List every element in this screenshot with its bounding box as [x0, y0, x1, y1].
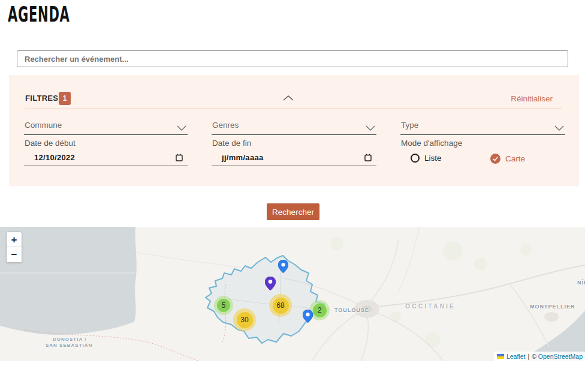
cluster-count: 5	[217, 299, 230, 312]
cluster-marker[interactable]: 30	[233, 308, 256, 331]
zoom-in-button[interactable]: +	[7, 232, 22, 247]
select-type-label: Type	[401, 121, 418, 130]
map-label-donostia: SAN SEBASTIÁN	[46, 343, 92, 348]
calendar-icon[interactable]	[176, 153, 183, 164]
map-label-donostia: DONOSTIA /	[53, 337, 86, 342]
radio-liste[interactable]: Liste	[411, 154, 442, 163]
radio-liste-label: Liste	[424, 154, 442, 163]
osm-link[interactable]: OpenStreetMap	[538, 353, 583, 360]
filters-title: FILTRES	[25, 94, 58, 103]
select-genres[interactable]: Genres	[212, 119, 376, 135]
radio-checked-icon[interactable]	[490, 154, 500, 164]
agenda-page: AGENDA FILTRES 1 Réinitialiser Commune G…	[0, 0, 588, 366]
radio-unchecked-icon[interactable]	[411, 154, 420, 163]
filters-panel: FILTRES 1 Réinitialiser Commune Genres T…	[9, 75, 579, 186]
map-attribution: Leaflet | © OpenStreetMap	[494, 352, 585, 361]
zoom-out-button[interactable]: −	[7, 247, 22, 262]
filters-divider	[25, 109, 562, 109]
pin-marker-purple[interactable]	[265, 277, 276, 293]
chevron-down-icon	[366, 123, 375, 134]
radio-carte-label: Carte	[505, 154, 525, 163]
select-commune-label: Commune	[25, 121, 62, 130]
select-commune[interactable]: Commune	[24, 119, 188, 135]
search-input[interactable]	[17, 50, 568, 67]
date-start-value: 12/10/2022	[34, 153, 75, 162]
date-end-field[interactable]: jj/mm/aaaa	[212, 151, 376, 166]
copyright-symbol: ©	[532, 353, 536, 360]
filters-count-badge: 1	[59, 92, 71, 105]
page-title: AGENDA	[8, 2, 70, 26]
date-start-label: Date de début	[25, 139, 76, 148]
map-label-nimes: NÎM	[577, 280, 585, 286]
select-type[interactable]: Type	[400, 119, 565, 135]
cluster-marker[interactable]: 68	[269, 294, 292, 317]
ukraine-flag-icon	[497, 354, 504, 359]
pin-marker-blue[interactable]	[303, 310, 313, 325]
reset-filters-link[interactable]: Réinitialiser	[511, 94, 553, 103]
date-end-placeholder: jj/mm/aaaa	[222, 153, 264, 162]
map-label-occitanie: OCCITANIE	[405, 302, 456, 310]
display-mode-label: Mode d'affichage	[401, 139, 462, 148]
cluster-count: 68	[273, 298, 289, 314]
select-genres-label: Genres	[212, 121, 239, 130]
map-label-toulouse: TOULOUSE	[334, 307, 369, 313]
map-label-montpellier: MONTPELLIER	[530, 304, 575, 310]
leaflet-link[interactable]: Leaflet	[506, 353, 526, 360]
attribution-separator: |	[527, 353, 529, 360]
cluster-count: 30	[237, 312, 253, 328]
map[interactable]: TOULOUSE OCCITANIE MONTPELLIER NÎM DONOS…	[0, 227, 585, 361]
cluster-marker[interactable]: 5	[214, 296, 233, 315]
radio-carte[interactable]: Carte	[490, 154, 525, 164]
check-icon	[493, 157, 498, 161]
date-start-field[interactable]: 12/10/2022	[24, 151, 188, 166]
map-zoom-control: + −	[6, 232, 22, 263]
chevron-down-icon	[554, 123, 564, 134]
collapse-filters-button[interactable]	[279, 92, 297, 105]
calendar-icon[interactable]	[364, 153, 372, 164]
chevron-down-icon	[177, 123, 186, 134]
pin-marker-blue[interactable]	[278, 260, 288, 275]
date-end-label: Date de fin	[212, 139, 251, 148]
chevron-up-icon	[282, 94, 294, 103]
search-submit-button[interactable]: Rechercher	[267, 203, 319, 220]
map-basemap	[0, 227, 585, 361]
cluster-count: 2	[313, 304, 327, 317]
